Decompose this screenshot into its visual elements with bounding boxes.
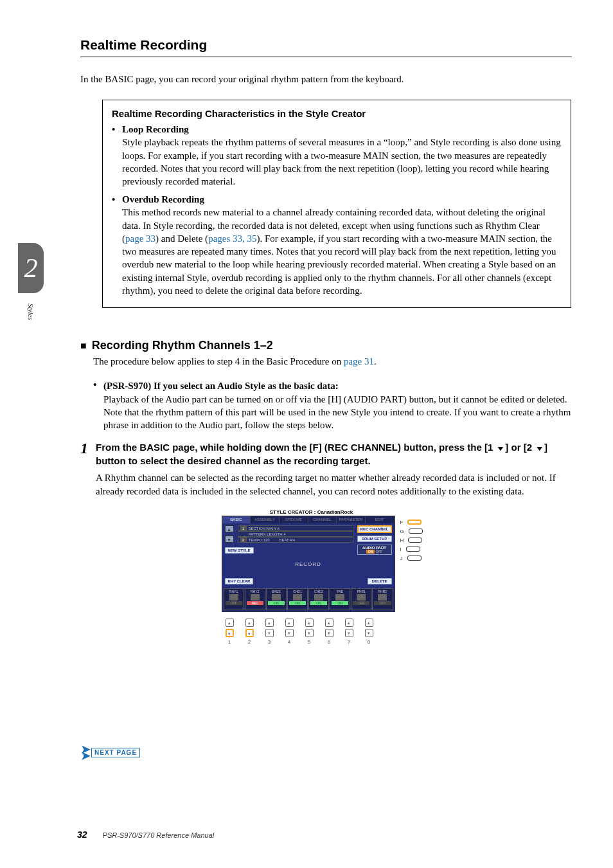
up-btn[interactable]: ▴ [345, 619, 353, 627]
down-triangle-icon: ▼ [535, 444, 544, 453]
page-link[interactable]: 35 [247, 233, 257, 244]
rhy-clear-button[interactable]: RHY CLEAR [225, 578, 254, 584]
next-page-label: NEXT PAGE [91, 748, 140, 757]
up-btn[interactable]: ▴ [226, 619, 234, 627]
up-arrow-icon[interactable]: ▲ [225, 525, 234, 532]
down-btn[interactable]: ▾ [245, 629, 254, 637]
bottom-number-buttons: ▴▾1 ▴▾2 ▴▾3 ▴▾4 ▴▾5 ▴▾6 ▴▾7 ▴▾8 [226, 619, 373, 645]
channel-item[interactable]: CHD2ON [308, 588, 329, 610]
lcd-tab[interactable]: GROOVE [280, 516, 308, 523]
bullet-dot: • [112, 124, 122, 188]
down-btn[interactable]: ▾ [285, 629, 294, 637]
loop-text: Style playback repeats the rhythm patter… [122, 136, 562, 188]
info-tempo: 2TEMPO:120 BEAT:4/4 [238, 537, 353, 543]
channel-item[interactable]: PHR2OFF [372, 588, 393, 610]
down-triangle-icon: ▼ [496, 444, 506, 453]
side-letter-buttons: F G H I J [400, 518, 445, 563]
chapter-number: 2 [24, 253, 38, 284]
next-page-arrow-icon: ➤➤ [80, 746, 87, 759]
intro-text: In the BASIC page, you can record your o… [80, 73, 572, 86]
down-btn[interactable]: ▾ [226, 629, 234, 637]
hw-button[interactable]: F [400, 518, 445, 527]
info-section: 1SECTION:MAIN A [238, 525, 353, 531]
down-btn[interactable]: ▾ [305, 629, 314, 637]
characteristics-box: Realtime Recording Characteristics in th… [102, 100, 571, 308]
lcd-tab[interactable]: CHANNEL [308, 516, 337, 523]
down-btn[interactable]: ▾ [345, 629, 353, 637]
lcd-tab[interactable]: PARAMETER [337, 516, 366, 523]
drum-setup-button[interactable]: DRUM SETUP [357, 536, 392, 542]
page-link[interactable]: page 31 [344, 356, 374, 366]
lcd-tabbar: BASIC ASSEMBLY GROOVE CHANNEL PARAMETER … [222, 516, 395, 523]
page-footer: 32 PSR-S970/S770 Reference Manual [77, 829, 214, 840]
step-number: 1 [80, 440, 96, 651]
s970-text: Playback of the Audio part can be turned… [103, 394, 571, 431]
hw-button[interactable]: G [400, 527, 445, 536]
down-btn[interactable]: ▾ [365, 629, 373, 637]
screenshot-figure: STYLE CREATOR : CanadianRock BASIC ASSEM… [222, 509, 447, 651]
up-btn[interactable]: ▴ [245, 619, 254, 627]
h2-after: The procedure below applies to step 4 in… [93, 355, 572, 368]
up-btn[interactable]: ▴ [365, 619, 373, 627]
chapter-label: Styles [27, 303, 35, 320]
loop-heading: Loop Recording [122, 124, 562, 135]
record-label: RECORD [222, 561, 395, 567]
chapter-tab: 2 [18, 243, 44, 293]
channel-item[interactable]: PHR1OFF [351, 588, 371, 610]
up-btn[interactable]: ▴ [265, 619, 274, 627]
channel-strip: RHY1OFF RHY2REC BASSON CHD1ON CHD2ON PAD… [224, 588, 393, 610]
lcd-tab[interactable]: BASIC [222, 516, 251, 523]
channel-item[interactable]: CHD1ON [287, 588, 308, 610]
lcd-tab[interactable]: EDIT [366, 516, 395, 523]
down-btn[interactable]: ▾ [325, 629, 333, 637]
manual-name: PSR-S970/S770 Reference Manual [103, 831, 215, 839]
lcd-title: STYLE CREATOR : CanadianRock [222, 509, 402, 515]
characteristics-title: Realtime Recording Characteristics in th… [112, 108, 562, 119]
channel-item[interactable]: PADON [330, 588, 350, 610]
page-link[interactable]: pages 33 [208, 233, 242, 244]
down-btn[interactable]: ▾ [265, 629, 274, 637]
page-title: Realtime Recording [80, 37, 572, 57]
new-style-button[interactable]: NEW STYLE [225, 547, 254, 554]
overdub-heading: Overdub Recording [122, 194, 562, 205]
up-btn[interactable]: ▴ [305, 619, 314, 627]
step-title: From the BASIC page, while holding down … [96, 440, 572, 467]
page-link[interactable]: page 33 [125, 233, 155, 244]
info-pattern: 1PATTERN LENGTH:4 [238, 531, 353, 537]
step-text: A Rhythm channel can be selected as the … [96, 471, 572, 498]
h2-square-icon: ■ [80, 340, 87, 352]
hw-button[interactable]: J [400, 554, 445, 563]
bullet-dot: • [112, 194, 122, 297]
lcd-tab[interactable]: ASSEMBLY [251, 516, 280, 523]
down-arrow-icon[interactable]: ▼ [225, 536, 234, 543]
bullet-dot: • [93, 379, 103, 431]
up-btn[interactable]: ▴ [325, 619, 333, 627]
rec-channel-button[interactable]: REC CHANNEL [357, 525, 392, 533]
audio-part-button[interactable]: AUDIO PARTON OFF [357, 545, 392, 555]
channel-item[interactable]: BASSON [266, 588, 287, 610]
h2-title: Recording Rhythm Channels 1–2 [92, 339, 273, 352]
hw-button[interactable]: I [400, 545, 445, 554]
channel-item[interactable]: RHY2REC [245, 588, 265, 610]
delete-button[interactable]: DELETE [368, 578, 392, 584]
channel-item[interactable]: RHY1OFF [224, 588, 244, 610]
page-number: 32 [77, 829, 87, 840]
lcd-screen: BASIC ASSEMBLY GROOVE CHANNEL PARAMETER … [222, 516, 395, 612]
next-page-indicator: ➤➤ NEXT PAGE [80, 746, 140, 759]
s970-heading: (PSR-S970) If you select an Audio Style … [103, 381, 339, 391]
overdub-text: This method records new material to a ch… [122, 206, 562, 297]
up-btn[interactable]: ▴ [285, 619, 294, 627]
hw-button[interactable]: H [400, 536, 445, 545]
